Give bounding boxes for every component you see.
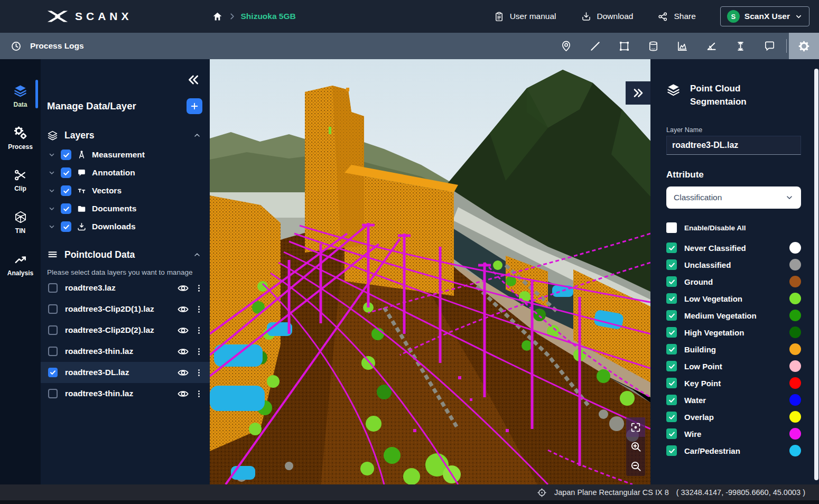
class-color-swatch[interactable]	[789, 242, 801, 254]
vectors-checkbox[interactable]	[61, 185, 71, 196]
pointcloud-checkbox[interactable]	[48, 347, 58, 356]
nav-item-data[interactable]: Data	[0, 78, 41, 113]
documents-checkbox[interactable]	[61, 203, 71, 214]
pointcloud-row[interactable]: roadtree3-DL.laz	[41, 362, 210, 383]
kebab-menu-icon[interactable]	[194, 368, 203, 377]
class-checkbox[interactable]	[666, 327, 677, 338]
class-checkbox[interactable]	[666, 428, 677, 439]
nav-item-clip[interactable]: Clip	[0, 163, 41, 198]
class-color-swatch[interactable]	[789, 259, 801, 270]
pointcloud-checkbox[interactable]	[48, 389, 58, 398]
user-manual-button[interactable]: User manual	[494, 11, 556, 22]
profile-tool[interactable]	[668, 33, 697, 59]
class-checkbox[interactable]	[666, 395, 677, 405]
collapse-left-icon[interactable]	[187, 73, 200, 87]
class-checkbox[interactable]	[666, 378, 677, 388]
pointcloud-row[interactable]: roadtree3-thin.laz	[41, 383, 210, 404]
nav-item-analysis[interactable]: Analysis	[0, 247, 41, 282]
tree-item-annotation[interactable]: Annotation	[41, 164, 210, 182]
class-color-swatch[interactable]	[789, 326, 801, 338]
visibility-eye-icon[interactable]	[177, 324, 189, 337]
class-color-swatch[interactable]	[789, 411, 801, 423]
kebab-menu-icon[interactable]	[194, 326, 203, 335]
download-button[interactable]: Download	[581, 11, 634, 22]
height-measure-tool[interactable]	[726, 33, 755, 59]
chevron-up-icon[interactable]	[193, 250, 201, 259]
layers-section-header[interactable]: Layers	[41, 127, 210, 144]
class-color-swatch[interactable]	[789, 293, 801, 304]
fit-view-button[interactable]	[626, 417, 645, 437]
chevron-down-icon[interactable]	[48, 151, 55, 158]
visibility-eye-icon[interactable]	[177, 282, 189, 294]
tree-item-measurement[interactable]: Measurement	[41, 146, 210, 164]
viewport-3d[interactable]	[210, 59, 650, 484]
class-color-swatch[interactable]	[789, 310, 801, 321]
line-measure-tool[interactable]	[581, 33, 610, 59]
area-measure-tool[interactable]	[610, 33, 639, 59]
class-checkbox[interactable]	[666, 276, 677, 287]
breadcrumb-project[interactable]: Shizuoka 5GB	[241, 12, 296, 21]
class-checkbox[interactable]	[666, 242, 677, 253]
class-color-swatch[interactable]	[789, 428, 801, 440]
enable-disable-all[interactable]: Enable/Disable All	[666, 222, 801, 233]
class-checkbox[interactable]	[666, 310, 677, 321]
nav-item-tin[interactable]: TIN	[0, 205, 41, 240]
layer-name-input[interactable]	[666, 136, 801, 155]
kebab-menu-icon[interactable]	[194, 389, 203, 398]
class-color-swatch[interactable]	[789, 343, 801, 355]
pointcloud-checkbox[interactable]	[48, 368, 58, 377]
zoom-out-button[interactable]	[626, 456, 645, 476]
class-color-swatch[interactable]	[789, 360, 801, 372]
pointcloud-checkbox[interactable]	[48, 283, 58, 293]
visibility-eye-icon[interactable]	[177, 303, 189, 315]
class-checkbox[interactable]	[666, 293, 677, 304]
annotation-checkbox[interactable]	[61, 167, 71, 178]
visibility-eye-icon[interactable]	[177, 346, 189, 358]
class-checkbox[interactable]	[666, 259, 677, 270]
class-checkbox[interactable]	[666, 361, 677, 371]
downloads-checkbox[interactable]	[61, 221, 71, 232]
angle-measure-tool[interactable]	[697, 33, 726, 59]
zoom-in-button[interactable]	[626, 437, 645, 456]
tree-item-documents[interactable]: Documents	[41, 200, 210, 218]
visibility-eye-icon[interactable]	[177, 367, 189, 379]
kebab-menu-icon[interactable]	[194, 347, 203, 356]
panel-scrollbar[interactable]	[814, 69, 818, 480]
class-checkbox[interactable]	[666, 344, 677, 354]
tree-item-downloads[interactable]: Downloads	[41, 218, 210, 236]
pointcloud-section-header[interactable]: Pointcloud Data	[41, 246, 210, 263]
nav-item-process[interactable]: Process	[0, 120, 41, 155]
kebab-menu-icon[interactable]	[194, 305, 203, 314]
pointcloud-row[interactable]: roadtree3-thin.laz	[41, 341, 210, 362]
class-color-swatch[interactable]	[789, 377, 801, 389]
chevron-down-icon[interactable]	[48, 205, 55, 212]
process-logs-button[interactable]: Process Logs	[0, 41, 84, 52]
class-checkbox[interactable]	[666, 445, 677, 456]
class-color-swatch[interactable]	[789, 394, 801, 406]
chevron-down-icon[interactable]	[48, 169, 55, 176]
class-color-swatch[interactable]	[789, 445, 801, 456]
chevron-down-icon[interactable]	[48, 187, 55, 194]
class-color-swatch[interactable]	[789, 276, 801, 287]
pointcloud-row[interactable]: roadtree3-Clip2D(1).laz	[41, 298, 210, 320]
add-layer-button[interactable]	[187, 98, 202, 114]
class-checkbox[interactable]	[666, 412, 677, 422]
home-icon[interactable]	[212, 11, 223, 22]
comment-tool[interactable]	[755, 33, 784, 59]
enable-all-checkbox[interactable]	[666, 222, 677, 233]
pointcloud-row[interactable]: roadtree3-Clip2D(2).laz	[41, 320, 210, 341]
pointcloud-row[interactable]: roadtree3.laz	[41, 277, 210, 298]
pointcloud-checkbox[interactable]	[48, 325, 58, 335]
attribute-select[interactable]: Classification	[666, 186, 801, 209]
collapse-right-panel-button[interactable]	[626, 81, 650, 105]
measurement-checkbox[interactable]	[61, 150, 71, 160]
chevron-down-icon[interactable]	[48, 223, 55, 230]
chevron-up-icon[interactable]	[193, 131, 201, 139]
user-menu-button[interactable]: S ScanX User	[720, 6, 809, 26]
share-button[interactable]: Share	[657, 11, 695, 22]
visibility-eye-icon[interactable]	[177, 388, 189, 400]
point-marker-tool[interactable]	[552, 33, 581, 59]
settings-tool[interactable]	[789, 33, 819, 59]
pointcloud-checkbox[interactable]	[48, 304, 58, 314]
tree-item-vectors[interactable]: Vectors	[41, 182, 210, 200]
